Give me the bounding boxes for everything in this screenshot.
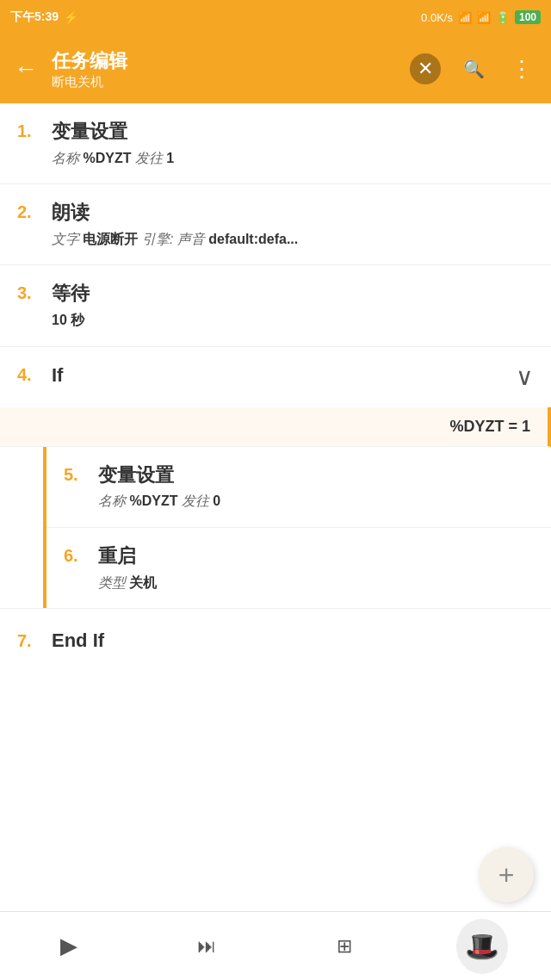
task-content-5: 变量设置 名称 %DYZT 发往 0 [98, 462, 534, 512]
battery-level: 100 [515, 10, 541, 24]
app-bar: ← 任务编辑 断电关机 ✕ 🔍 ⋮ [0, 34, 551, 103]
task-number-3: 3. [17, 281, 41, 305]
task-title-4: If [52, 363, 505, 389]
skip-icon: ⏭ [197, 935, 216, 958]
task-detail-2: 文字 电源断开 引擎: 声音 default:defa... [52, 230, 534, 249]
task-title-6: 重启 [98, 543, 534, 570]
task-title-5: 变量设置 [98, 462, 534, 489]
task-detail-3: 10 秒 [52, 311, 534, 330]
status-bar: 下午5:39 ⚡ 0.0K/s 📶 📶 🔋 100 [0, 0, 551, 34]
task-item-6[interactable]: 6. 重启 类型 关机 [46, 528, 551, 608]
task-item-2[interactable]: 2. 朗读 文字 电源断开 引擎: 声音 default:defa... [0, 184, 551, 265]
back-button[interactable]: ← [14, 55, 38, 83]
task-title-7: End If [52, 628, 534, 654]
play-icon: ▶ [60, 933, 77, 959]
add-icon: + [498, 859, 515, 891]
status-right: 0.0K/s 📶 📶 🔋 100 [421, 10, 541, 24]
avatar-button[interactable]: 🎩 [456, 921, 508, 972]
task-detail-1: 名称 %DYZT 发往 1 [52, 149, 534, 168]
skip-button[interactable]: ⏭ [181, 921, 232, 972]
task-number-5: 5. [64, 462, 88, 487]
task-item-5[interactable]: 5. 变量设置 名称 %DYZT 发往 0 [46, 447, 551, 528]
task-content-7: End If [52, 628, 534, 654]
task-number-4: 4. [17, 363, 41, 387]
task-detail-6: 类型 关机 [98, 574, 534, 592]
more-button[interactable]: ⋮ [506, 53, 537, 84]
task-number-7: 7. [17, 629, 41, 653]
time-display: 下午5:39 [10, 9, 59, 25]
task-item-4[interactable]: 4. If ∨ [0, 347, 551, 407]
task-item-3[interactable]: 3. 等待 10 秒 [0, 265, 551, 346]
grid-icon: ⊞ [337, 935, 352, 958]
status-left: 下午5:39 ⚡ [10, 9, 78, 25]
fab-add-button[interactable]: + [479, 847, 534, 902]
nested-block: 5. 变量设置 名称 %DYZT 发往 0 6. 重启 类型 关机 [43, 447, 551, 608]
task-list: 1. 变量设置 名称 %DYZT 发往 1 2. 朗读 文字 电源断开 引擎: … [0, 103, 551, 742]
avatar: 🎩 [456, 919, 508, 974]
app-bar-actions: ✕ 🔍 ⋮ [410, 53, 537, 84]
task-title-2: 朗读 [52, 200, 534, 226]
page-subtitle: 断电关机 [52, 74, 410, 90]
task-number-2: 2. [17, 200, 41, 224]
grid-button[interactable]: ⊞ [319, 921, 370, 972]
search-button[interactable]: 🔍 [458, 53, 489, 84]
task-title-1: 变量设置 [52, 119, 534, 146]
play-button[interactable]: ▶ [43, 921, 95, 972]
charge-icon: 🔋 [496, 11, 510, 24]
task-item-7[interactable]: 7. End If [0, 608, 551, 673]
task-content-4: If [52, 363, 505, 389]
avatar-icon: 🎩 [465, 930, 499, 963]
task-title-3: 等待 [52, 281, 534, 307]
task-content-2: 朗读 文字 电源断开 引擎: 声音 default:defa... [52, 200, 534, 249]
task-detail-5: 名称 %DYZT 发往 0 [98, 492, 534, 511]
chevron-down-icon: ∨ [516, 363, 534, 391]
if-condition-text: %DYZT = 1 [449, 418, 530, 435]
network-speed: 0.0K/s [421, 11, 453, 24]
task-content-6: 重启 类型 关机 [98, 543, 534, 592]
sim-icon: 📶 [458, 11, 472, 24]
task-content-3: 等待 10 秒 [52, 281, 534, 330]
wifi-icon: 📶 [477, 11, 491, 24]
task-number-6: 6. [64, 543, 88, 568]
task-content-1: 变量设置 名称 %DYZT 发往 1 [52, 119, 534, 168]
bottom-nav-bar: ▶ ⏭ ⊞ 🎩 [0, 911, 551, 980]
task-item-1[interactable]: 1. 变量设置 名称 %DYZT 发往 1 [0, 103, 551, 184]
if-condition-bar: %DYZT = 1 [0, 407, 551, 447]
app-bar-title-block: 任务编辑 断电关机 [52, 48, 410, 90]
page-title: 任务编辑 [52, 48, 410, 74]
task-number-1: 1. [17, 119, 41, 143]
lightning-icon: ⚡ [64, 10, 78, 24]
close-button[interactable]: ✕ [410, 53, 441, 84]
